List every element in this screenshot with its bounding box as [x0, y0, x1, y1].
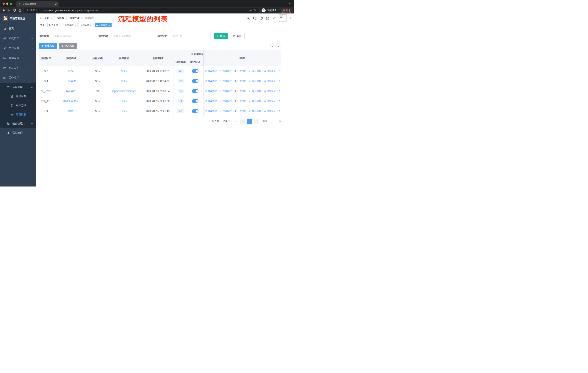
process-name-link[interactable]: 滔博 — [68, 110, 74, 112]
modify-process-link[interactable]: 修改流程 — [205, 110, 217, 112]
filter-name-input[interactable] — [110, 33, 152, 39]
design-process-link[interactable]: 设计流程 — [220, 80, 232, 82]
process-name-link[interactable]: 测试多审批人 — [63, 100, 79, 102]
process-definition-link[interactable]: 流程定义 — [264, 100, 276, 102]
active-toggle[interactable] — [192, 79, 199, 83]
deploy-process-link[interactable]: 发布流程 — [249, 90, 261, 92]
design-process-link[interactable]: 设计流程 — [220, 69, 232, 72]
close-window-button[interactable] — [2, 2, 5, 5]
active-toggle[interactable] — [192, 89, 199, 93]
deploy-process-link[interactable]: 发布流程 — [249, 110, 261, 112]
filter-category-select[interactable]: 流程分类 — [169, 33, 211, 39]
modify-process-link[interactable]: 修改流程 — [205, 100, 217, 102]
sidebar-item-system[interactable]: 系统管理 — [0, 33, 36, 43]
sidebar-item-user-group[interactable]: 用户分组 — [0, 101, 36, 110]
tag-close-icon[interactable]: ✕ — [108, 24, 110, 26]
form-info-link[interactable]: biubiu — [121, 110, 127, 112]
key-icon[interactable] — [249, 9, 252, 12]
deploy-process-link[interactable]: 发布流程 — [249, 69, 261, 72]
tag-close-icon[interactable]: ✕ — [74, 24, 76, 26]
process-name-link[interactable]: eeee — [68, 70, 74, 72]
next-page-button[interactable] — [254, 119, 259, 124]
deploy-process-link[interactable]: 发布流程 — [249, 80, 261, 82]
design-process-link[interactable]: 设计流程 — [220, 100, 232, 102]
search-icon[interactable] — [246, 16, 250, 20]
sidebar-item-process-form[interactable]: 流程表单 — [0, 92, 36, 101]
assign-rule-link[interactable]: 分配规则 — [234, 80, 246, 82]
tag-home[interactable]: 首页 — [39, 23, 46, 27]
form-info-link[interactable]: biubiu — [121, 70, 127, 72]
sidebar-item-process-mgmt[interactable]: 流程管理 — [0, 83, 36, 92]
tag-close-icon[interactable]: ✕ — [90, 24, 92, 26]
sidebar-item-devtools[interactable]: 研发工具 — [0, 63, 36, 73]
delete-link[interactable]: 删除 — [278, 69, 281, 72]
tag-my-process[interactable]: 我的流程✕ — [63, 23, 78, 27]
process-definition-link[interactable]: 流程定义 — [264, 90, 276, 92]
prev-page-button[interactable] — [240, 119, 245, 124]
fullscreen-icon[interactable] — [266, 16, 270, 20]
process-definition-link[interactable]: 流程定义 — [264, 110, 276, 112]
modify-process-link[interactable]: 修改流程 — [205, 69, 217, 72]
breadcrumb-process-mgmt[interactable]: 流程管理 — [69, 16, 79, 20]
active-toggle[interactable] — [192, 109, 199, 113]
page-size-select[interactable]: 10条/页 — [221, 119, 238, 124]
tab-close-icon[interactable]: ✕ — [55, 3, 57, 6]
process-definition-link[interactable]: 流程定义 — [264, 69, 276, 72]
form-info-link[interactable]: /bpm/oa/leave/create — [112, 90, 136, 92]
form-info-link[interactable]: biubiu — [121, 100, 127, 102]
assign-rule-link[interactable]: 分配规则 — [234, 90, 246, 92]
tag-close-icon[interactable]: ✕ — [59, 24, 60, 26]
refresh-table-button[interactable] — [276, 43, 281, 49]
sidebar-item-leave-query[interactable]: 请假查询 — [0, 128, 36, 137]
sidebar-item-workflow[interactable]: 工作流程 — [0, 73, 36, 83]
tag-process-model[interactable]: 流程模型✕ — [94, 23, 112, 27]
sidebar-item-process-model[interactable]: 流程模型 — [0, 110, 36, 119]
zoom-window-button[interactable] — [10, 2, 12, 5]
sidebar-item-task-mgmt[interactable]: 任务管理 — [0, 119, 36, 128]
browser-tab[interactable]: 芋道管理系统 ✕ — [16, 1, 59, 7]
modify-process-link[interactable]: 修改流程 — [205, 90, 217, 92]
tab-search-chevron-icon[interactable] — [289, 2, 292, 5]
assign-rule-link[interactable]: 分配规则 — [234, 69, 246, 72]
import-process-button[interactable]: 导入流程 — [59, 43, 77, 49]
sidebar-collapse-icon[interactable] — [36, 16, 44, 20]
bookmark-star-icon[interactable] — [253, 9, 256, 12]
new-tab-button[interactable]: + — [61, 2, 65, 6]
minimize-window-button[interactable] — [6, 2, 8, 5]
help-icon[interactable] — [260, 16, 263, 20]
tag-process-form[interactable]: 流程表单✕ — [79, 23, 93, 27]
process-definition-link[interactable]: 流程定义 — [264, 80, 276, 82]
reload-icon[interactable] — [13, 9, 16, 12]
address-bar[interactable]: 不安全 dashboard.yudao.iocoder.cn/bpm/manag… — [24, 8, 259, 13]
assign-rule-link[interactable]: 分配规则 — [234, 110, 246, 112]
design-process-link[interactable]: 设计流程 — [220, 110, 232, 112]
app-logo-row[interactable]: 芋道管理系统 — [0, 15, 36, 22]
home-icon[interactable] — [18, 9, 21, 12]
reset-button[interactable]: 重置 — [230, 33, 245, 39]
breadcrumb-home[interactable]: 首页 — [44, 16, 50, 20]
active-toggle[interactable] — [192, 69, 199, 73]
avatar[interactable] — [279, 14, 286, 22]
assign-rule-link[interactable]: 分配规则 — [234, 100, 246, 102]
delete-link[interactable]: 删除 — [278, 110, 281, 112]
browser-update-button[interactable]: 更新 — [281, 8, 292, 13]
show-search-toggle-button[interactable] — [269, 43, 274, 49]
browser-menu-icon[interactable] — [289, 9, 290, 12]
sidebar-item-home[interactable]: 首页 — [0, 24, 36, 33]
filter-key-input[interactable] — [51, 33, 93, 39]
design-process-link[interactable]: 设计流程 — [220, 90, 232, 92]
forward-icon[interactable] — [7, 9, 10, 12]
process-name-link[interactable]: 自己审批 — [66, 80, 76, 82]
current-page-button[interactable]: 1 — [247, 119, 252, 124]
deploy-process-link[interactable]: 发布流程 — [249, 100, 261, 102]
tag-tenant[interactable]: 租户管理✕ — [47, 23, 62, 27]
process-name-link[interactable]: OA 请假 — [66, 90, 75, 92]
breadcrumb-workflow[interactable]: 工作流程 — [53, 16, 64, 20]
warning-icon[interactable] — [26, 9, 29, 12]
sidebar-item-payment[interactable]: 支付管理 — [0, 43, 36, 53]
delete-link[interactable]: 删除 — [278, 80, 281, 82]
active-toggle[interactable] — [192, 99, 199, 103]
search-button[interactable]: 搜索 — [214, 33, 228, 39]
form-info-link[interactable]: biubiu — [121, 80, 127, 82]
delete-link[interactable]: 删除 — [278, 100, 281, 102]
